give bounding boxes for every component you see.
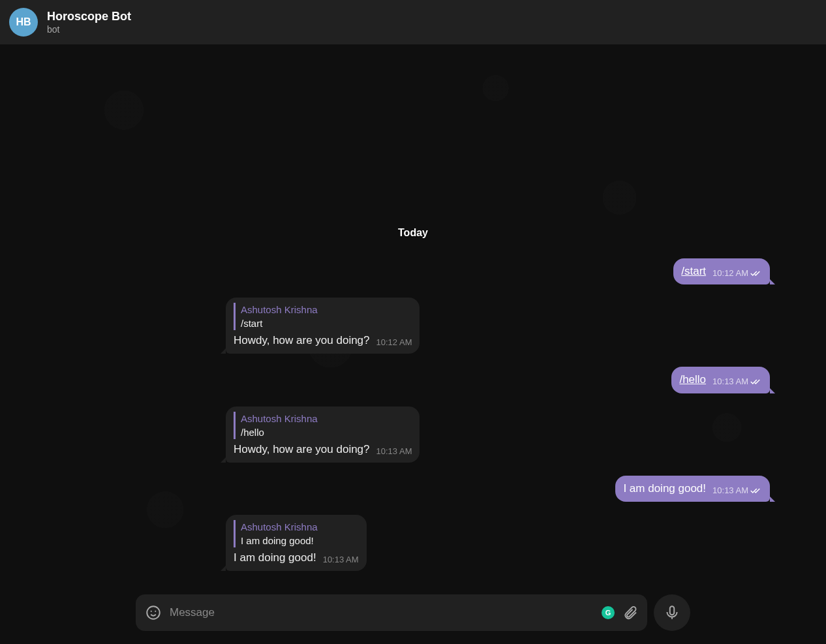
message-meta: 10:13 AM	[376, 442, 412, 457]
message-row: Ashutosh KrishnaI am doing good!I am doi…	[56, 515, 770, 571]
attach-icon[interactable]	[622, 605, 638, 621]
grammarly-badge-icon[interactable]: G	[602, 606, 615, 619]
chat-area[interactable]: Today /start10:12 AMAshutosh Krishna/sta…	[0, 44, 826, 592]
incoming-message-bubble[interactable]: Ashutosh Krishna/helloHowdy, how are you…	[226, 406, 420, 463]
message-text: I am doing good!	[234, 551, 316, 564]
message-row: /start10:12 AM	[56, 258, 770, 284]
chat-subtitle: bot	[47, 24, 131, 35]
chat-header[interactable]: HB Horoscope Bot bot	[0, 0, 826, 44]
message-input[interactable]	[170, 606, 594, 619]
avatar-initials: HB	[16, 16, 31, 28]
chat-title: Horoscope Bot	[47, 10, 131, 23]
reply-strip[interactable]: Ashutosh Krishna/start	[234, 303, 412, 330]
message-row: Ashutosh Krishna/helloHowdy, how are you…	[56, 406, 770, 463]
message-time: 10:13 AM	[323, 554, 359, 566]
date-label: Today	[398, 227, 428, 239]
message-time: 10:13 AM	[712, 376, 748, 388]
message-meta: 10:13 AM	[712, 481, 762, 497]
message-time: 10:13 AM	[712, 485, 748, 497]
message-row: /hello10:13 AM	[56, 367, 770, 393]
incoming-message-bubble[interactable]: Ashutosh KrishnaI am doing good!I am doi…	[226, 515, 367, 571]
message-time: 10:12 AM	[712, 268, 748, 279]
message-text: I am doing good!	[623, 482, 706, 495]
date-separator: Today	[56, 227, 770, 239]
composer-wrap: G	[136, 594, 690, 631]
double-check-icon	[750, 269, 762, 278]
reply-sender-name: Ashutosh Krishna	[241, 412, 412, 425]
message-text: Howdy, how are you doing?	[234, 443, 370, 455]
message-meta: 10:12 AM	[376, 333, 412, 348]
mic-button[interactable]	[654, 594, 690, 631]
composer[interactable]: G	[136, 594, 647, 631]
message-text: /start	[681, 265, 706, 277]
message-row: Ashutosh Krishna/startHowdy, how are you…	[56, 298, 770, 354]
outgoing-message-bubble[interactable]: /hello10:13 AM	[671, 367, 770, 393]
message-text: /hello	[679, 373, 706, 386]
message-time: 10:12 AM	[376, 337, 412, 348]
outgoing-message-bubble[interactable]: I am doing good!10:13 AM	[615, 476, 770, 502]
reply-sender-name: Ashutosh Krishna	[241, 520, 359, 534]
reply-text: I am doing good!	[241, 534, 359, 547]
double-check-icon	[750, 486, 762, 495]
reply-strip[interactable]: Ashutosh Krishna/hello	[234, 412, 412, 439]
header-info: Horoscope Bot bot	[47, 10, 131, 35]
reply-text: /start	[241, 316, 412, 330]
reply-text: /hello	[241, 425, 412, 439]
svg-point-0	[147, 606, 160, 619]
message-row: I am doing good!10:13 AM	[56, 476, 770, 502]
message-meta: 10:12 AM	[712, 264, 762, 279]
reply-sender-name: Ashutosh Krishna	[241, 303, 412, 316]
emoji-icon[interactable]	[145, 604, 162, 621]
incoming-message-bubble[interactable]: Ashutosh Krishna/startHowdy, how are you…	[226, 298, 420, 354]
svg-point-1	[151, 611, 152, 612]
message-meta: 10:13 AM	[712, 372, 762, 388]
message-text: Howdy, how are you doing?	[234, 334, 370, 346]
message-time: 10:13 AM	[376, 446, 412, 457]
double-check-icon	[750, 377, 762, 386]
reply-strip[interactable]: Ashutosh KrishnaI am doing good!	[234, 520, 359, 547]
avatar[interactable]: HB	[9, 8, 38, 37]
svg-point-2	[155, 611, 156, 612]
svg-rect-3	[670, 606, 675, 615]
message-meta: 10:13 AM	[323, 550, 359, 566]
outgoing-message-bubble[interactable]: /start10:12 AM	[673, 258, 770, 284]
